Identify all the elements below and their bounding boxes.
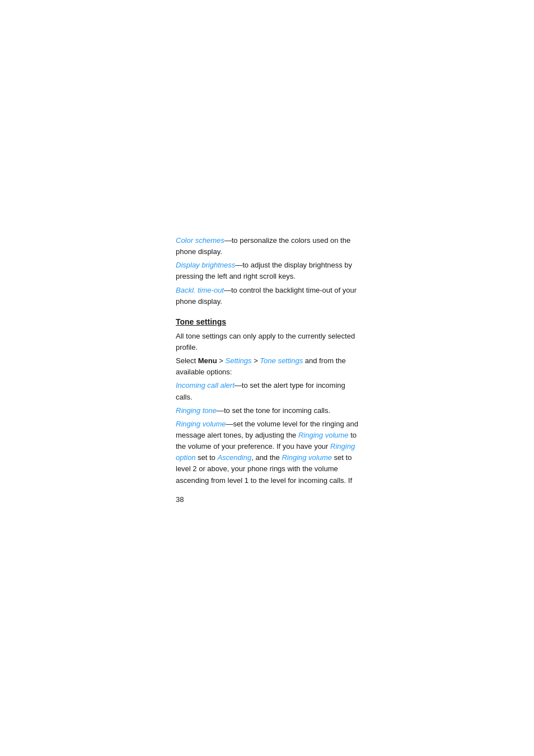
- select-menu-para: Select Menu > Settings > Tone settings a…: [176, 355, 358, 378]
- ringing-volume-text4: , and the: [251, 453, 282, 462]
- settings-link[interactable]: Settings: [226, 356, 252, 365]
- select-text: Select: [176, 356, 198, 365]
- tone-settings-link[interactable]: Tone settings: [260, 356, 303, 365]
- page-container: Color schemes—to personalize the colors …: [0, 0, 534, 756]
- ringing-volume-link2[interactable]: Ringing volume: [298, 431, 349, 439]
- menu-arrow: >: [217, 356, 226, 365]
- incoming-call-alert-para: Incoming call alert—to set the alert typ…: [176, 380, 358, 402]
- display-brightness-para: Display brightness—to adjust the display…: [176, 260, 358, 282]
- backlight-timeout-para: Backl. time-out—to control the backlight…: [176, 285, 358, 307]
- ringing-volume-para: Ringing volume—set the volume level for …: [176, 419, 358, 486]
- color-schemes-para: Color schemes—to personalize the colors …: [176, 235, 358, 257]
- content-area: Color schemes—to personalize the colors …: [0, 0, 534, 537]
- display-brightness-link[interactable]: Display brightness: [176, 261, 235, 269]
- ringing-volume-link3[interactable]: Ringing volume: [282, 453, 332, 462]
- ringing-tone-para: Ringing tone—to set the tone for incomin…: [176, 405, 358, 416]
- color-schemes-link[interactable]: Color schemes: [176, 236, 224, 245]
- ringing-tone-link[interactable]: Ringing tone: [176, 406, 217, 415]
- ascending-link[interactable]: Ascending: [217, 453, 251, 462]
- menu-bold: Menu: [198, 356, 217, 365]
- settings-arrow: >: [252, 356, 260, 365]
- incoming-call-alert-link[interactable]: Incoming call alert: [176, 381, 235, 389]
- ringing-volume-text3: set to: [195, 453, 217, 462]
- ringing-volume-link1[interactable]: Ringing volume: [176, 420, 226, 428]
- tone-settings-intro: All tone settings can only apply to the …: [176, 331, 358, 353]
- page-number: 38: [176, 495, 358, 504]
- ringing-tone-text: —to set the tone for incoming calls.: [217, 406, 330, 415]
- backlight-timeout-link[interactable]: Backl. time-out: [176, 286, 224, 294]
- tone-settings-heading: Tone settings: [176, 317, 358, 326]
